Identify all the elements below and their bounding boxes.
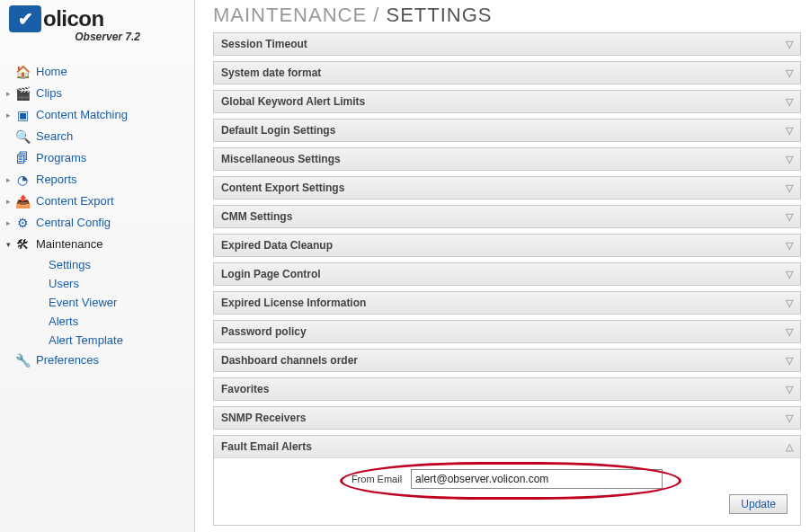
panel-header-login-page[interactable]: Login Page Control ▽ [214,263,800,285]
film-icon: 🎬 [14,85,31,102]
panel-header-misc[interactable]: Miscellaneous Settings ▽ [214,148,800,170]
chevron-right-icon: ▸ [4,107,13,123]
panel-global-keyword: Global Keyword Alert Limits ▽ [213,90,801,113]
panel-expired-license: Expired License Information ▽ [213,291,801,315]
panel-title: Favorites [221,383,269,395]
search-icon: 🔍 [14,129,31,145]
nav-search-label: Search [36,129,73,145]
nav-central-config-label: Central Config [36,215,111,231]
panel-title: Miscellaneous Settings [221,153,341,165]
expand-icon: ▽ [786,297,793,309]
panel-header-snmp[interactable]: SNMP Receivers ▽ [214,407,800,429]
panel-header-default-login[interactable]: Default Login Settings ▽ [214,120,800,141]
panel-header-favorites[interactable]: Favorites ▽ [214,378,800,400]
panel-fault-email: Fault Email Alerts △ From Email Update [213,435,801,526]
expand-icon: ▽ [786,412,793,424]
expand-icon: ▽ [786,384,793,395]
panel-title: Content Export Settings [221,182,344,194]
export-icon: 📤 [14,193,31,209]
panel-title: Dashboard channels order [221,354,358,367]
nav: 🏠 Home ▸ 🎬 Clips ▸ ▣ Content Matching 🔍 … [0,61,194,532]
panel-header-global-keyword[interactable]: Global Keyword Alert Limits ▽ [214,91,800,112]
breadcrumb-parent: MAINTENANCE [213,4,367,26]
nav-maintenance-label: Maintenance [36,236,102,253]
panel-cmm: CMM Settings ▽ [213,205,801,228]
panel-misc: Miscellaneous Settings ▽ [213,147,801,171]
nav-content-matching[interactable]: ▸ ▣ Content Matching [0,104,194,126]
panel-header-cmm[interactable]: CMM Settings ▽ [214,206,800,227]
form-row-from-email: From Email [225,469,789,489]
panel-header-system-date-format[interactable]: System date format ▽ [214,62,800,84]
panel-expired-data: Expired Data Cleanup ▽ [213,234,801,257]
panel-title: Global Keyword Alert Limits [221,95,365,108]
nav-home[interactable]: 🏠 Home [0,61,194,83]
panel-body-fault-email: From Email Update [214,457,800,525]
nav-content-export-label: Content Export [36,193,114,209]
chevron-right-icon: ▸ [4,193,13,209]
page-title: MAINTENANCE / SETTINGS [213,4,801,27]
nav-reports[interactable]: ▸ ◔ Reports [0,169,194,191]
expand-icon: ▽ [786,39,793,50]
chevron-down-icon: ▾ [4,236,13,253]
panel-header-expired-data[interactable]: Expired Data Cleanup ▽ [214,235,800,256]
update-button[interactable]: Update [729,494,788,514]
nav-clips[interactable]: ▸ 🎬 Clips [0,83,194,104]
expand-icon: ▽ [786,240,793,252]
logo-mark-icon [9,5,41,32]
wrench-icon: 🔧 [14,352,31,368]
panel-title: Session Timeout [221,38,307,50]
panel-title: Default Login Settings [221,124,335,137]
panel-system-date-format: System date format ▽ [213,61,801,84]
nav-content-matching-label: Content Matching [36,107,128,123]
expand-icon: ▽ [786,269,793,280]
nav-search[interactable]: 🔍 Search [0,126,194,147]
panel-title: Expired Data Cleanup [221,239,333,252]
panel-header-expired-license[interactable]: Expired License Information ▽ [214,292,800,314]
nav-programs[interactable]: 🗐 Programs [0,147,194,169]
nav-content-export[interactable]: ▸ 📤 Content Export [0,191,194,212]
panel-title: Fault Email Alerts [221,440,312,453]
breadcrumb-current: SETTINGS [386,4,492,26]
panel-snmp: SNMP Receivers ▽ [213,406,801,430]
panel-dashboard-channels: Dashboard channels order ▽ [213,349,801,372]
nav-central-config[interactable]: ▸ ⚙ Central Config [0,212,194,234]
nav-preferences[interactable]: 🔧 Preferences [0,350,194,371]
logo-brand: olicon [43,6,104,31]
sidebar: olicon Observer 7.2 🏠 Home ▸ 🎬 Clips ▸ ▣… [0,0,195,532]
nav-sub-settings[interactable]: Settings [43,255,194,274]
panel-header-fault-email[interactable]: Fault Email Alerts △ [214,436,800,457]
panel-title: SNMP Receivers [221,412,307,424]
panel-password-policy: Password policy ▽ [213,320,801,343]
chevron-right-icon: ▸ [4,85,13,102]
logo-block: olicon Observer 7.2 [0,0,194,45]
gear-icon: ⚙ [14,215,31,231]
panel-header-password-policy[interactable]: Password policy ▽ [214,321,800,342]
expand-icon: ▽ [786,355,793,367]
panel-header-content-export[interactable]: Content Export Settings ▽ [214,177,800,199]
copy-icon: 🗐 [14,150,31,166]
nav-sub-event-viewer[interactable]: Event Viewer [43,293,194,312]
panel-title: CMM Settings [221,210,292,223]
panel-favorites: Favorites ▽ [213,377,801,401]
expand-icon: ▽ [786,211,793,223]
panel-login-page: Login Page Control ▽ [213,262,801,286]
expand-icon: ▽ [786,326,793,338]
panel-header-session-timeout[interactable]: Session Timeout ▽ [214,33,800,55]
nav-clips-label: Clips [36,85,62,102]
nav-sub-users[interactable]: Users [43,274,194,293]
from-email-input[interactable] [411,469,663,489]
nav-sub-alert-template[interactable]: Alert Template [43,331,194,350]
chevron-right-icon: ▸ [4,215,13,231]
nav-maintenance[interactable]: ▾ 🛠 Maintenance [0,234,194,255]
breadcrumb-sep: / [367,4,386,26]
nav-preferences-label: Preferences [36,352,99,368]
expand-icon: ▽ [786,67,793,79]
panel-title: Login Page Control [221,268,321,280]
panel-content-export: Content Export Settings ▽ [213,176,801,200]
nav-maintenance-sub: Settings Users Event Viewer Alerts Alert… [0,255,194,350]
nav-reports-label: Reports [36,172,77,188]
home-icon: 🏠 [14,64,31,80]
logo-subtitle: Observer 7.2 [9,31,185,43]
nav-sub-alerts[interactable]: Alerts [43,312,194,331]
panel-header-dashboard-channels[interactable]: Dashboard channels order ▽ [214,350,800,371]
